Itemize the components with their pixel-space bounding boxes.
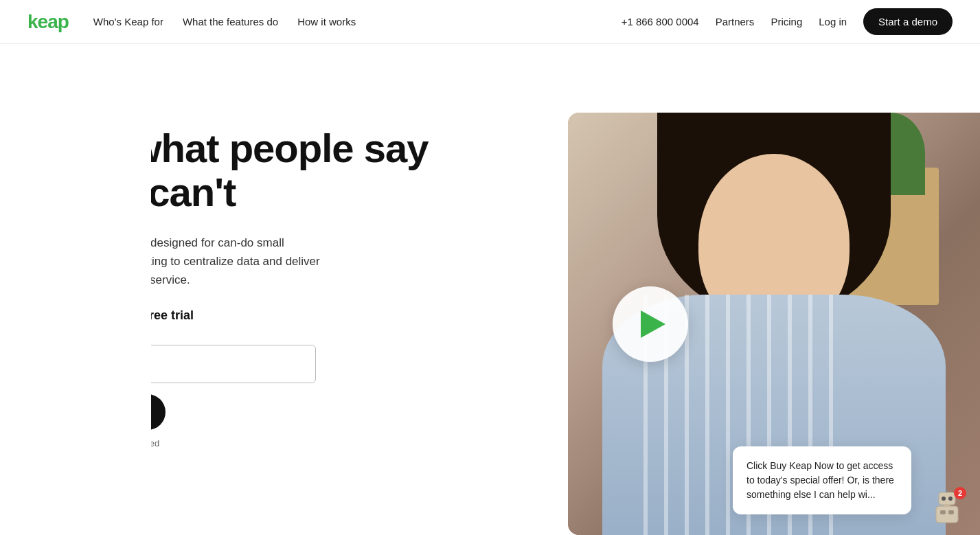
svg-rect-7 — [948, 510, 954, 514]
svg-point-4 — [946, 490, 948, 491]
svg-point-2 — [948, 497, 953, 501]
svg-rect-8 — [944, 504, 950, 507]
navbar: keap Who's Keap for What the features do… — [0, 0, 980, 44]
play-button[interactable] — [613, 286, 688, 362]
nav-link-pricing[interactable]: Pricing — [771, 16, 802, 27]
chat-bubble: Click Buy Keap Now to get access to toda… — [733, 446, 911, 514]
nav-left: keap Who's Keap for What the features do… — [27, 11, 356, 33]
svg-rect-0 — [939, 492, 955, 505]
nav-right: +1 866 800 0004 Partners Pricing Log in … — [622, 8, 953, 35]
nav-link-partners[interactable]: Partners — [716, 16, 755, 27]
chat-robot-icon[interactable]: 2 — [931, 490, 965, 524]
svg-rect-5 — [936, 506, 958, 523]
chat-text: Click Buy Keap Now to get access to toda… — [747, 459, 898, 502]
svg-rect-6 — [940, 510, 946, 514]
play-icon — [641, 310, 665, 338]
nav-link-how-it-works[interactable]: How it works — [297, 16, 356, 27]
hero-right: Click Buy Keap Now to get access to toda… — [458, 44, 980, 535]
nav-phone: +1 866 800 0004 — [622, 16, 699, 27]
hero-card-overlay — [0, 113, 151, 535]
chat-badge: 2 — [954, 487, 966, 499]
start-demo-button[interactable]: Start a demo — [863, 8, 953, 35]
nav-links: Who's Keap for What the features do How … — [93, 16, 356, 27]
logo[interactable]: keap — [27, 11, 69, 33]
nav-link-whos-keap-for[interactable]: Who's Keap for — [93, 16, 163, 27]
nav-link-login[interactable]: Log in — [819, 16, 847, 27]
svg-point-1 — [942, 497, 946, 501]
nav-link-what-features-do[interactable]: What the features do — [183, 16, 278, 27]
hero-section: Do what people say you can't Our softwar… — [0, 44, 980, 535]
